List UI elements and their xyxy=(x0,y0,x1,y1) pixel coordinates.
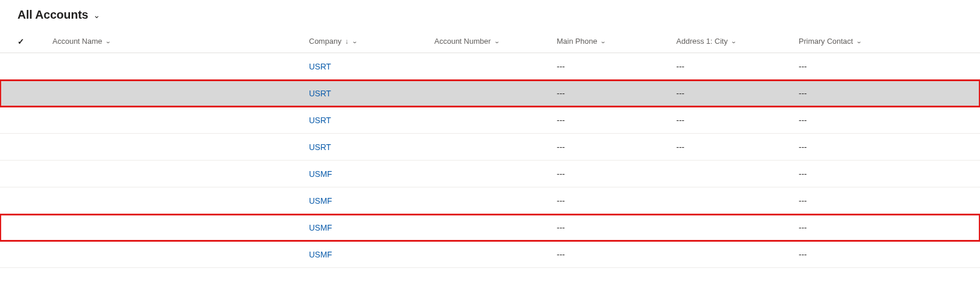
cell-text: --- xyxy=(676,89,684,98)
chevron-down-icon: ⌄ xyxy=(856,38,862,44)
column-label: Company xyxy=(309,37,342,46)
cell-primary-contact[interactable]: --- xyxy=(792,223,937,232)
accounts-table: ✓ Account Name ⌄ Company ↓ ⌄ Account Num… xyxy=(0,30,980,268)
cell-address-city[interactable]: --- xyxy=(669,116,792,125)
view-title: All Accounts xyxy=(17,8,89,22)
cell-address-city[interactable]: --- xyxy=(669,142,792,152)
chevron-down-icon: ⌄ xyxy=(730,38,736,44)
cell-main-phone[interactable]: --- xyxy=(550,142,669,152)
company-link[interactable]: USMF xyxy=(309,223,332,232)
cell-main-phone[interactable]: --- xyxy=(550,169,669,179)
select-all-checkbox[interactable]: ✓ xyxy=(17,37,45,46)
chevron-down-icon: ⌄ xyxy=(105,38,111,44)
cell-primary-contact[interactable]: --- xyxy=(792,142,937,152)
cell-text: --- xyxy=(676,142,684,152)
cell-text: --- xyxy=(557,196,565,206)
column-label: Main Phone xyxy=(557,37,597,46)
cell-text: --- xyxy=(557,62,565,71)
column-header-primary-contact[interactable]: Primary Contact ⌄ xyxy=(792,37,937,46)
cell-text: --- xyxy=(799,116,807,125)
cell-primary-contact[interactable]: --- xyxy=(792,196,937,206)
table-row[interactable]: USMF------ xyxy=(0,241,980,268)
cell-company[interactable]: USMF xyxy=(302,223,427,232)
cell-text: --- xyxy=(557,223,565,232)
cell-text: --- xyxy=(799,169,807,179)
chevron-down-icon: ⌄ xyxy=(600,38,606,44)
cell-text: --- xyxy=(799,223,807,232)
cell-text: --- xyxy=(799,250,807,259)
table-row[interactable]: USMF------ xyxy=(0,187,980,214)
column-header-account-number[interactable]: Account Number ⌄ xyxy=(427,37,550,46)
cell-company[interactable]: USRT xyxy=(302,62,427,71)
cell-text: --- xyxy=(676,62,684,71)
column-label: Primary Contact xyxy=(799,37,853,46)
table-header-row: ✓ Account Name ⌄ Company ↓ ⌄ Account Num… xyxy=(0,30,980,53)
table-row[interactable]: USRT--------- xyxy=(0,134,980,161)
cell-text: --- xyxy=(799,142,807,152)
column-header-company[interactable]: Company ↓ ⌄ xyxy=(302,37,427,46)
cell-text: --- xyxy=(799,62,807,71)
table-row[interactable]: USRT--------- xyxy=(0,80,980,107)
cell-company[interactable]: USMF xyxy=(302,169,427,179)
sort-descending-icon: ↓ xyxy=(345,37,349,46)
chevron-down-icon: ⌄ xyxy=(351,38,357,44)
table-body: USRT---------USRT---------USRT---------U… xyxy=(0,53,980,268)
chevron-down-icon: ⌄ xyxy=(93,11,100,20)
column-label: Account Name xyxy=(52,37,102,46)
cell-address-city[interactable]: --- xyxy=(669,89,792,98)
cell-main-phone[interactable]: --- xyxy=(550,116,669,125)
column-header-main-phone[interactable]: Main Phone ⌄ xyxy=(550,37,669,46)
company-link[interactable]: USMF xyxy=(309,196,332,206)
column-label: Account Number xyxy=(434,37,491,46)
check-icon: ✓ xyxy=(17,37,24,46)
chevron-down-icon: ⌄ xyxy=(494,38,500,44)
cell-primary-contact[interactable]: --- xyxy=(792,169,937,179)
cell-primary-contact[interactable]: --- xyxy=(792,89,937,98)
cell-company[interactable]: USRT xyxy=(302,116,427,125)
table-row[interactable]: USRT--------- xyxy=(0,53,980,80)
cell-text: --- xyxy=(557,142,565,152)
cell-main-phone[interactable]: --- xyxy=(550,89,669,98)
cell-main-phone[interactable]: --- xyxy=(550,196,669,206)
company-link[interactable]: USRT xyxy=(309,62,331,71)
company-link[interactable]: USRT xyxy=(309,89,331,98)
cell-text: --- xyxy=(557,169,565,179)
cell-main-phone[interactable]: --- xyxy=(550,250,669,259)
table-row[interactable]: USRT--------- xyxy=(0,107,980,134)
cell-main-phone[interactable]: --- xyxy=(550,223,669,232)
cell-company[interactable]: USRT xyxy=(302,142,427,152)
cell-text: --- xyxy=(799,196,807,206)
column-header-account-name[interactable]: Account Name ⌄ xyxy=(45,37,302,46)
column-label: Address 1: City xyxy=(676,37,728,46)
cell-primary-contact[interactable]: --- xyxy=(792,250,937,259)
view-selector[interactable]: All Accounts ⌄ xyxy=(0,0,980,30)
cell-main-phone[interactable]: --- xyxy=(550,62,669,71)
company-link[interactable]: USRT xyxy=(309,116,331,125)
cell-company[interactable]: USRT xyxy=(302,89,427,98)
cell-company[interactable]: USMF xyxy=(302,196,427,206)
company-link[interactable]: USMF xyxy=(309,169,332,179)
cell-text: --- xyxy=(557,116,565,125)
table-row[interactable]: USMF------ xyxy=(0,214,980,241)
cell-text: --- xyxy=(799,89,807,98)
column-header-address-city[interactable]: Address 1: City ⌄ xyxy=(669,37,792,46)
cell-address-city[interactable]: --- xyxy=(669,62,792,71)
cell-primary-contact[interactable]: --- xyxy=(792,116,937,125)
cell-company[interactable]: USMF xyxy=(302,250,427,259)
cell-text: --- xyxy=(557,89,565,98)
cell-text: --- xyxy=(557,250,565,259)
table-row[interactable]: USMF------ xyxy=(0,161,980,187)
cell-text: --- xyxy=(676,116,684,125)
cell-primary-contact[interactable]: --- xyxy=(792,62,937,71)
company-link[interactable]: USRT xyxy=(309,142,331,152)
company-link[interactable]: USMF xyxy=(309,250,332,259)
